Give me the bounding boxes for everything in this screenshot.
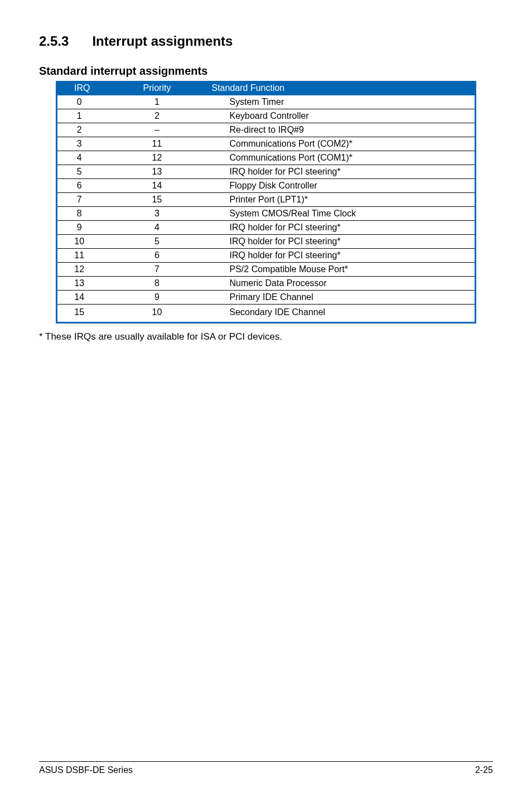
cell-priority: 5 <box>107 235 207 249</box>
table-row: 10 5 IRQ holder for PCI steering* <box>57 235 476 249</box>
cell-function: Primary IDE Channel <box>207 291 476 305</box>
section-title: Interrupt assignments <box>92 33 233 49</box>
cell-priority: 14 <box>107 179 207 193</box>
cell-priority: 12 <box>107 151 207 165</box>
cell-priority: 13 <box>107 165 207 179</box>
header-function: Standard Function <box>207 81 476 95</box>
cell-function: IRQ holder for PCI steering* <box>207 221 476 235</box>
cell-priority: 6 <box>107 249 207 263</box>
table-row: 1 2 Keyboard Controller <box>57 109 476 123</box>
table-header-row: IRQ Priority Standard Function <box>57 81 476 95</box>
cell-function: IRQ holder for PCI steering* <box>207 165 476 179</box>
cell-priority: 9 <box>107 291 207 305</box>
cell-irq: 15 <box>57 305 107 323</box>
cell-function: System CMOS/Real Time Clock <box>207 207 476 221</box>
cell-function: Communications Port (COM1)* <box>207 151 476 165</box>
header-irq: IRQ <box>57 81 107 95</box>
cell-irq: 0 <box>57 95 107 109</box>
cell-priority: – <box>107 123 207 137</box>
footnote: * These IRQs are usually available for I… <box>39 331 493 342</box>
cell-priority: 11 <box>107 137 207 151</box>
header-priority: Priority <box>107 81 207 95</box>
cell-irq: 2 <box>57 123 107 137</box>
interrupt-table: IRQ Priority Standard Function 0 1 Syste… <box>56 81 476 323</box>
cell-irq: 13 <box>57 277 107 291</box>
section-number: 2.5.3 <box>39 33 69 49</box>
cell-function: IRQ holder for PCI steering* <box>207 249 476 263</box>
cell-irq: 5 <box>57 165 107 179</box>
cell-priority: 4 <box>107 221 207 235</box>
cell-function: Keyboard Controller <box>207 109 476 123</box>
cell-function: IRQ holder for PCI steering* <box>207 235 476 249</box>
cell-function: System Timer <box>207 95 476 109</box>
cell-function: Re-direct to IRQ#9 <box>207 123 476 137</box>
cell-priority: 7 <box>107 263 207 277</box>
cell-irq: 12 <box>57 263 107 277</box>
cell-irq: 7 <box>57 193 107 207</box>
cell-irq: 8 <box>57 207 107 221</box>
cell-function: Printer Port (LPT1)* <box>207 193 476 207</box>
cell-irq: 11 <box>57 249 107 263</box>
cell-function: Secondary IDE Channel <box>207 305 476 323</box>
cell-priority: 2 <box>107 109 207 123</box>
cell-irq: 1 <box>57 109 107 123</box>
cell-irq: 9 <box>57 221 107 235</box>
table-row: 13 8 Numeric Data Processor <box>57 277 476 291</box>
cell-function: PS/2 Compatible Mouse Port* <box>207 263 476 277</box>
table-row: 0 1 System Timer <box>57 95 476 109</box>
table-row: 7 15 Printer Port (LPT1)* <box>57 193 476 207</box>
table-row: 15 10 Secondary IDE Channel <box>57 305 476 323</box>
table-row: 4 12 Communications Port (COM1)* <box>57 151 476 165</box>
table-row: 14 9 Primary IDE Channel <box>57 291 476 305</box>
table-row: 11 6 IRQ holder for PCI steering* <box>57 249 476 263</box>
cell-irq: 4 <box>57 151 107 165</box>
sub-heading: Standard interrupt assignments <box>39 65 493 78</box>
cell-priority: 10 <box>107 305 207 323</box>
cell-priority: 8 <box>107 277 207 291</box>
table-row: 8 3 System CMOS/Real Time Clock <box>57 207 476 221</box>
cell-function: Floppy Disk Controller <box>207 179 476 193</box>
cell-priority: 15 <box>107 193 207 207</box>
cell-irq: 6 <box>57 179 107 193</box>
cell-function: Communications Port (COM2)* <box>207 137 476 151</box>
interrupt-table-wrapper: IRQ Priority Standard Function 0 1 Syste… <box>39 81 493 323</box>
cell-irq: 14 <box>57 291 107 305</box>
table-body: 0 1 System Timer 1 2 Keyboard Controller… <box>57 95 476 323</box>
page-footer: ASUS DSBF-DE Series 2-25 <box>39 761 493 775</box>
table-row: 2 – Re-direct to IRQ#9 <box>57 123 476 137</box>
footer-left: ASUS DSBF-DE Series <box>39 765 133 775</box>
cell-priority: 1 <box>107 95 207 109</box>
table-row: 5 13 IRQ holder for PCI steering* <box>57 165 476 179</box>
cell-function: Numeric Data Processor <box>207 277 476 291</box>
cell-irq: 10 <box>57 235 107 249</box>
table-row: 12 7 PS/2 Compatible Mouse Port* <box>57 263 476 277</box>
section-heading: 2.5.3Interrupt assignments <box>39 33 493 49</box>
cell-priority: 3 <box>107 207 207 221</box>
cell-irq: 3 <box>57 137 107 151</box>
table-row: 3 11 Communications Port (COM2)* <box>57 137 476 151</box>
table-row: 6 14 Floppy Disk Controller <box>57 179 476 193</box>
table-row: 9 4 IRQ holder for PCI steering* <box>57 221 476 235</box>
footer-right: 2-25 <box>475 765 493 775</box>
